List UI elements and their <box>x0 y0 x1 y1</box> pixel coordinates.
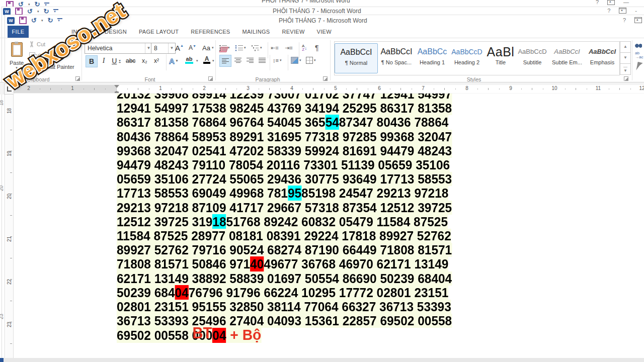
chevron-down-icon: ▾ <box>6 66 27 70</box>
find-button[interactable] <box>635 41 642 50</box>
align-center-button[interactable] <box>232 55 244 66</box>
increase-indent-button[interactable]: ⇥≡ <box>285 42 293 53</box>
redo-icon[interactable]: ↻ <box>47 18 53 24</box>
change-case-button[interactable]: Aa▾ <box>202 42 213 53</box>
decrease-indent-button[interactable]: ⇤≡ <box>271 42 279 53</box>
style-sample: AaBbCcD <box>517 43 548 59</box>
save-icon[interactable] <box>15 8 23 15</box>
styles-scroll-down-button[interactable]: ▼ <box>620 52 631 64</box>
bullets-button[interactable]: ▾ <box>219 42 230 53</box>
superscript-button[interactable]: x² <box>154 55 159 66</box>
number-row: 17713 58553 69049 49968 78195 85198 2454… <box>117 186 448 200</box>
tab-selector[interactable] <box>4 83 14 95</box>
bullets-icon <box>219 45 227 51</box>
ruler-margin-number: 1 <box>71 85 74 91</box>
align-right-button[interactable] <box>245 55 256 66</box>
style-subtitle[interactable]: AaBbCcDSubtitle <box>517 43 548 72</box>
borders-button[interactable]: ▾ <box>306 55 316 66</box>
shading-bucket-icon <box>291 57 298 64</box>
ruler-tick <box>269 88 270 90</box>
highlight-color-button[interactable]: ab <box>185 54 193 65</box>
font-color-button[interactable]: A <box>203 54 210 65</box>
minimize-icon[interactable]: - <box>635 8 637 14</box>
help-icon[interactable]: ? <box>607 8 610 14</box>
style-emphasis[interactable]: AaBbCcIEmphasis <box>586 43 618 72</box>
align-left-button[interactable] <box>219 55 231 67</box>
style-label: Emphasis <box>586 59 618 65</box>
vruler-tick <box>10 151 12 151</box>
redo-icon[interactable]: ↻ <box>43 9 49 15</box>
tab-mailings[interactable]: MAILINGS <box>236 29 276 35</box>
customize-qat-icon[interactable] <box>53 9 58 14</box>
divider <box>270 55 270 70</box>
style--normal[interactable]: AaBbCcI¶ Normal <box>335 43 378 73</box>
format-painter-button[interactable]: Format Painter <box>29 64 74 70</box>
bo-annotation: + Bộ <box>226 326 262 343</box>
numbering-button[interactable]: ▾ <box>235 42 246 53</box>
undo-icon[interactable]: ↺ <box>27 9 33 15</box>
help-icon[interactable]: ? <box>623 17 626 23</box>
number-row: 50239 68404 76796 91796 66224 10295 1777… <box>117 286 448 300</box>
line-spacing-button[interactable]: ↕≡▾ <box>273 55 281 66</box>
window-title: PHÔI THÁNG 7 - Microsoft Word <box>279 17 367 24</box>
tab-design[interactable]: DESIGN <box>99 29 133 35</box>
style-heading-1[interactable]: AaBbCcHeading 1 <box>415 43 449 72</box>
chevron-down-icon[interactable]: ▾ <box>196 55 198 66</box>
multilevel-list-button[interactable]: ▾ <box>252 42 262 53</box>
paste-label: Paste <box>6 60 27 66</box>
save-icon[interactable] <box>19 17 27 24</box>
clipboard-dialog-launcher-icon[interactable] <box>75 76 80 81</box>
bold-button[interactable]: B <box>86 55 98 67</box>
ribbon-display-options-icon[interactable] <box>607 0 615 5</box>
font-family-select[interactable]: Helvetica ▼ <box>85 43 152 54</box>
borders-icon <box>306 57 313 64</box>
highlighted-digits: 95 <box>288 186 301 201</box>
shrink-font-button[interactable]: A▼ <box>189 42 196 53</box>
chevron-down-icon[interactable]: ▾ <box>212 55 214 66</box>
undo-icon[interactable]: ↺ <box>31 18 37 24</box>
italic-button[interactable]: I <box>100 55 108 66</box>
horizontal-ruler[interactable]: 21123456789101112 <box>14 85 644 93</box>
paragraph-dialog-launcher-icon[interactable] <box>323 76 328 81</box>
subscript-button[interactable]: x₂ <box>142 55 147 66</box>
ribbon-display-options-icon[interactable] <box>634 17 642 23</box>
text-effects-button[interactable]: A▾ <box>169 55 178 66</box>
ruler-tick <box>630 88 631 89</box>
grow-font-button[interactable]: A▲ <box>175 42 184 53</box>
select-cursor-icon[interactable] <box>636 62 642 71</box>
tab-view[interactable]: VIEW <box>311 29 338 35</box>
styles-scroll-up-button[interactable]: ▲ <box>620 41 631 53</box>
style-heading-2[interactable]: AaBbCcDHeading 2 <box>449 43 485 72</box>
tab-review[interactable]: REVIEW <box>276 29 310 35</box>
styles-more-button[interactable]: —▼ <box>620 63 631 75</box>
minimize-icon[interactable]: — <box>623 0 629 5</box>
ribbon-display-options-icon[interactable] <box>619 8 626 14</box>
style--no-spac-[interactable]: AaBbCcI¶ No Spac... <box>378 43 415 72</box>
sort-button[interactable]: AZ ↓ <box>302 42 307 53</box>
tab-file[interactable]: FILE <box>8 26 29 38</box>
paste-button[interactable]: Paste ▾ <box>6 42 27 70</box>
style-subtle-em-[interactable]: AaBbCcISubtle Em... <box>548 43 586 72</box>
font-dialog-launcher-icon[interactable] <box>208 76 213 81</box>
tab-references[interactable]: REFERENCES <box>185 29 236 35</box>
cut-button[interactable]: Cut <box>29 41 45 47</box>
tab-insert[interactable]: INSERT <box>65 29 99 35</box>
pilcrow-button[interactable]: ¶ <box>315 42 319 53</box>
help-icon[interactable]: ? <box>596 0 599 5</box>
strikethrough-button[interactable]: abc <box>126 55 135 66</box>
styles-dialog-launcher-icon[interactable] <box>624 76 628 81</box>
vertical-ruler[interactable]: 181920212223 <box>6 95 14 358</box>
replace-button[interactable]: ab→ac <box>635 51 643 59</box>
copy-button[interactable]: Copy <box>29 52 51 59</box>
font-size-select[interactable]: 8 ▼ <box>151 43 176 54</box>
ruler-tick <box>455 88 456 89</box>
left-indent-marker[interactable] <box>115 92 119 93</box>
underline-button[interactable]: U▾ <box>110 55 123 66</box>
document-page[interactable]: 20132 39908 89914 12239 73007 01702 3774… <box>14 94 644 358</box>
ruler-number: 1 <box>159 85 162 91</box>
justify-button[interactable] <box>257 55 268 66</box>
tab-page-layout[interactable]: PAGE LAYOUT <box>133 29 185 35</box>
style-title[interactable]: AaBlTitle <box>485 43 517 72</box>
customize-qat-icon[interactable] <box>57 18 62 23</box>
shading-button[interactable]: ▾ <box>291 55 301 66</box>
